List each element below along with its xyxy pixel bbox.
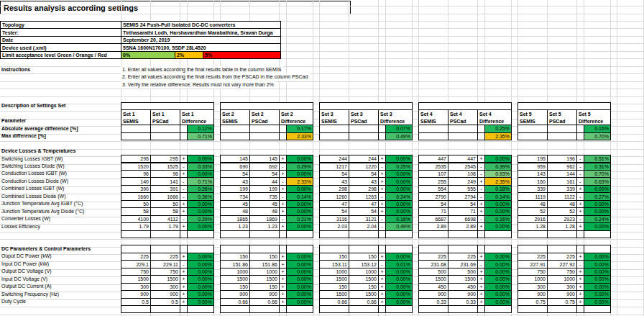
set-header-semis: Set 1 SEMIS — [121, 109, 151, 125]
grid-line — [0, 315, 644, 315]
summary-pscad-cell[interactable] — [547, 132, 577, 140]
pscad-value-cell[interactable]: 1.28 — [547, 222, 577, 230]
summary-pscad-cell[interactable] — [349, 132, 379, 140]
row-label: Ouput DC Power (kW) — [1, 253, 52, 258]
empty-cell — [547, 305, 577, 313]
pscad-value-cell[interactable]: 0.66 — [249, 298, 280, 306]
empty-cell — [187, 305, 214, 313]
empty-cell — [249, 230, 280, 238]
empty-cell — [150, 305, 180, 313]
grid-line — [0, 66, 644, 67]
empty-cell — [286, 305, 313, 313]
empty-cell — [547, 230, 577, 238]
row-label: Combined Losses Diode (W) — [1, 194, 65, 199]
grid-line — [0, 141, 644, 142]
set-header-difference: Set 3 Difference — [378, 109, 413, 125]
summary-row-label: Max difference [%] — [1, 133, 46, 138]
diff-cell: 0.49% — [385, 222, 413, 230]
empty-cell — [349, 230, 379, 238]
summary-diff-cell: 0.70% — [584, 132, 611, 140]
semis-value-cell[interactable]: 0.33 — [418, 298, 448, 306]
empty-cell — [349, 305, 379, 313]
set-header-pscad: Set 1 PSCad — [150, 109, 180, 125]
row-label: Output DC Current (A) — [1, 284, 52, 289]
semis-value-cell[interactable]: 1.28 — [518, 222, 548, 230]
grid-line — [0, 89, 644, 89]
diff-cell: 0.00% — [286, 222, 313, 230]
empty-cell — [319, 305, 349, 313]
semis-value-cell[interactable]: 0.66 — [220, 298, 250, 306]
empty-cell — [121, 305, 151, 313]
diff-cell: 0.00% — [584, 298, 611, 306]
section-label: DC Parameters & Control Parameters — [1, 246, 91, 251]
semis-value-cell[interactable]: 0.66 — [319, 298, 349, 306]
summary-semis-cell[interactable] — [418, 132, 448, 140]
spreadsheet: Results analysis according settings Topo… — [0, 0, 644, 316]
empty-cell — [448, 305, 478, 313]
summary-diff-cell: 0.71% — [187, 132, 214, 140]
set-header-difference: Set 5 Difference — [576, 109, 611, 125]
limit-cell-0: 0% — [121, 51, 175, 59]
grid-line — [0, 73, 644, 74]
pscad-value-cell[interactable]: 2.04 — [349, 222, 379, 230]
pscad-value-cell[interactable]: 0.75 — [547, 298, 577, 306]
empty-cell — [187, 230, 214, 238]
instructions-label: Instructions — [1, 67, 30, 72]
set-header-pscad: Set 4 PSCad — [448, 109, 478, 125]
set-header-semis: Set 4 SEMIS — [418, 109, 448, 125]
pscad-value-cell[interactable]: 2.89 — [448, 222, 478, 230]
semis-value-cell[interactable]: 0.5 — [121, 298, 151, 306]
pscad-value-cell[interactable]: 0.66 — [349, 298, 379, 306]
empty-cell — [319, 230, 349, 238]
summary-pscad-cell[interactable] — [448, 132, 478, 140]
summary-semis-cell[interactable] — [319, 132, 349, 140]
empty-cell — [484, 230, 512, 238]
grid-line — [0, 149, 644, 150]
pscad-value-cell[interactable]: 0.33 — [448, 298, 478, 306]
empty-cell — [385, 230, 413, 238]
pscad-value-cell[interactable]: 0.5 — [150, 298, 180, 306]
limit-cell-2: 5% — [203, 51, 281, 59]
semis-value-cell[interactable]: 1.79 — [121, 222, 151, 230]
diff-cell: 0.00% — [187, 298, 214, 306]
instruction-line: 2. Enter all values according the final … — [121, 73, 310, 81]
set-header-difference: Set 4 Difference — [477, 109, 512, 125]
row-label: Switching Losses IGBT (W) — [1, 156, 63, 161]
row-label: Switching Losses Diode (W) — [1, 163, 65, 168]
page-title: Results analysis according settings — [0, 1, 351, 14]
empty-cell — [286, 230, 313, 238]
summary-semis-cell[interactable] — [220, 132, 250, 140]
empty-cell — [484, 305, 512, 313]
summary-section-label: Description of Settings Set — [1, 103, 65, 108]
pscad-value-cell[interactable]: 1.23 — [249, 222, 280, 230]
set-header-pscad: Set 5 PSCad — [547, 109, 577, 125]
set-header-pscad: Set 2 PSCad — [249, 109, 280, 125]
grid-line — [0, 239, 644, 240]
grid-line — [0, 6, 644, 6]
summary-pscad-cell[interactable] — [249, 132, 280, 140]
row-label: Input DC Voltage (V) — [1, 276, 47, 281]
summary-semis-cell[interactable] — [518, 132, 548, 140]
empty-cell — [121, 230, 151, 238]
grid-line — [0, 81, 644, 82]
empty-cell — [249, 305, 280, 313]
row-label: Junction Temperature Avg IGBT (°C) — [1, 201, 83, 206]
empty-cell — [518, 305, 548, 313]
semis-value-cell[interactable]: 1.23 — [220, 222, 250, 230]
semis-value-cell[interactable]: 2.03 — [319, 222, 349, 230]
parameter-label: Parameter — [1, 118, 26, 123]
semis-value-cell[interactable]: 0.75 — [518, 298, 548, 306]
semis-value-cell[interactable]: 2.89 — [418, 222, 448, 230]
summary-pscad-cell[interactable] — [150, 132, 180, 140]
empty-cell — [385, 305, 413, 313]
row-label: Losses Efficiency — [1, 224, 40, 229]
diff-cell: 0.00% — [484, 222, 512, 230]
pscad-value-cell[interactable]: 1.79 — [150, 222, 180, 230]
summary-semis-cell[interactable] — [121, 132, 151, 140]
set-header-difference: Set 1 Difference — [180, 109, 214, 125]
summary-diff-cell: 2.35% — [484, 132, 512, 140]
empty-cell — [448, 230, 478, 238]
section-label: Device Losses & Temperatures — [1, 148, 75, 153]
empty-cell — [584, 230, 611, 238]
summary-diff-cell: 0.49% — [385, 132, 413, 140]
